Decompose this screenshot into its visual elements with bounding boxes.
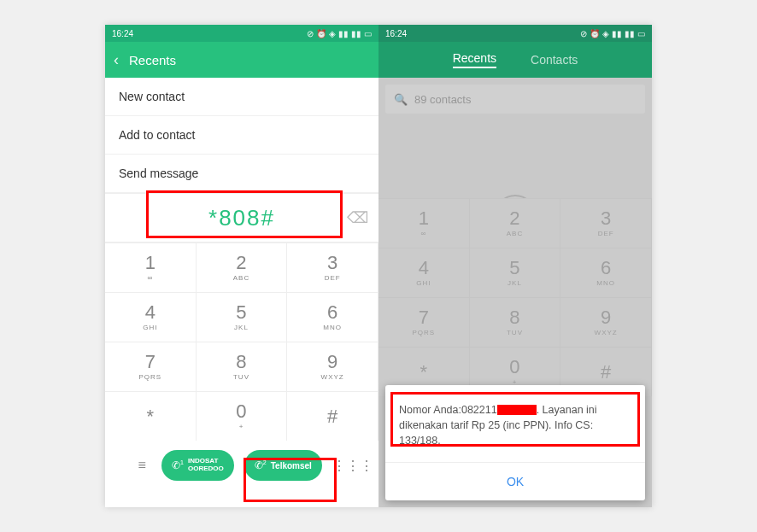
call-button-sim2[interactable]: ✆2 Telkomsel [244,450,322,481]
dialog-message: Nomor Anda:082211. Layanan ini dikenakan… [385,385,645,462]
option-send-message[interactable]: Send message [105,155,378,193]
key-8[interactable]: 8TUV [197,342,288,391]
keypad: 1∞2ABC3DEF4GHI5JKL6MNO7PQRS8TUV9WXYZ*0+# [105,243,378,441]
key-digit: 6 [601,259,611,278]
key-8[interactable]: 8TUV [470,297,561,347]
key-6[interactable]: 6MNO [560,248,652,297]
key-digit: 4 [145,303,156,322]
key-digit: 2 [509,209,519,228]
app-header: ‹ Recents [105,42,378,78]
key-letters: WXYZ [321,373,344,381]
key-letters: JKL [234,324,249,331]
key-3[interactable]: 3DEF [560,198,652,248]
search-input[interactable]: 🔍 89 contacts [385,85,645,114]
signal-icon: ▮▮ [612,29,622,38]
key-4[interactable]: 4GHI [105,292,197,342]
phone-icon: ✆1 [172,459,184,471]
battery-icon: ▭ [364,29,372,38]
key-letters: GHI [143,324,157,331]
key-digit: 4 [419,259,429,278]
key-letters: WXYZ [595,329,618,336]
key-1[interactable]: 1∞ [378,198,470,248]
key-9[interactable]: 9WXYZ [287,342,378,391]
key-digit: 8 [236,353,246,371]
key-letters: PQRS [138,373,161,381]
key-letters: DEF [325,274,341,282]
key-1[interactable]: 1∞ [105,243,197,292]
key-letters: TUV [507,329,523,336]
key-digit: # [327,407,337,426]
ussd-dialog: Nomor Anda:082211. Layanan ini dikenakan… [385,385,645,500]
carrier-label: Telkomsel [271,461,312,471]
key-9[interactable]: 9WXYZ [560,297,652,347]
key-4[interactable]: 4GHI [378,248,470,297]
key-letters: ABC [233,274,249,282]
key-2[interactable]: 2ABC [470,198,561,248]
option-new-contact[interactable]: New contact [105,78,378,116]
tab-contacts[interactable]: Contacts [531,53,578,67]
dialpad-icon[interactable]: ⋮⋮⋮ [332,458,351,474]
key-letters: ABC [507,230,523,237]
key-6[interactable]: 6MNO [287,292,378,342]
status-bar: 16:24 ⊘ ⏰ ◈ ▮▮ ▮▮ ▭ [105,25,378,42]
status-time: 16:24 [385,29,407,38]
dial-actions: ≡ ✆1 INDOSAT OOREDOO ✆2 Telkomsel ⋮⋮⋮ [105,441,378,490]
option-add-to-contact[interactable]: Add to contact [105,116,378,155]
key-digit: 9 [327,353,337,371]
key-digit: 0 [236,402,246,421]
alarm-icon: ⏰ [590,29,600,38]
redacted-number [497,405,537,415]
alarm-icon: ⏰ [316,29,326,38]
key-letters: GHI [416,279,431,287]
dialog-ok-button[interactable]: OK [385,462,645,500]
key-letters: MNO [596,279,615,287]
dialed-number: *808# [208,205,275,231]
key-*[interactable]: * [105,391,197,441]
carrier-label-2: OOREDOO [188,465,224,473]
status-icons: ⊘ ⏰ ◈ ▮▮ ▮▮ ▭ [307,29,372,38]
phone-icon: ✆2 [255,459,267,471]
key-5[interactable]: 5JKL [470,248,561,297]
key-digit: 8 [509,308,519,327]
key-digit: 7 [145,353,156,371]
key-letters: MNO [323,324,342,331]
key-letters: ∞ [147,274,153,282]
key-2[interactable]: 2ABC [197,243,288,292]
menu-icon[interactable]: ≡ [132,458,151,473]
tab-recents[interactable]: Recents [453,51,496,68]
signal-icon: ▮▮ [338,29,349,38]
dnd-icon: ⊘ [307,29,314,38]
key-digit: * [147,407,155,426]
key-letters: ∞ [420,230,426,237]
back-icon[interactable]: ‹ [114,51,119,69]
key-digit: 5 [509,259,519,278]
key-3[interactable]: 3DEF [287,243,378,292]
key-digit: 1 [419,209,429,228]
phone-contacts-screen: 16:24 ⊘ ⏰ ◈ ▮▮ ▮▮ ▭ Recents Contacts 🔍 8… [378,25,652,507]
key-digit: 3 [601,209,611,228]
app-header: Recents Contacts [378,42,652,78]
key-7[interactable]: 7PQRS [105,342,197,391]
key-7[interactable]: 7PQRS [378,297,470,347]
key-letters: JKL [508,279,522,287]
key-5[interactable]: 5JKL [197,292,288,342]
search-placeholder: 89 contacts [414,93,472,106]
key-digit: 9 [601,308,611,327]
call-button-sim1[interactable]: ✆1 INDOSAT OOREDOO [161,450,234,481]
key-letters: DEF [598,230,614,237]
key-#[interactable]: # [287,391,378,441]
battery-icon: ▭ [637,29,645,38]
signal-icon-2: ▮▮ [351,29,361,38]
key-0[interactable]: 0+ [197,391,288,441]
key-digit: 3 [327,254,337,272]
signal-icon-2: ▮▮ [625,29,635,38]
page-title: Recents [129,53,176,67]
status-time: 16:24 [112,29,133,38]
key-letters: TUV [233,373,249,381]
dial-display: *808# ⌫ [105,193,378,243]
backspace-icon[interactable]: ⌫ [347,208,368,227]
key-digit: 2 [236,254,246,272]
contact-options: New contact Add to contact Send message [105,78,378,193]
key-digit: 1 [145,254,156,272]
search-icon: 🔍 [394,93,408,106]
